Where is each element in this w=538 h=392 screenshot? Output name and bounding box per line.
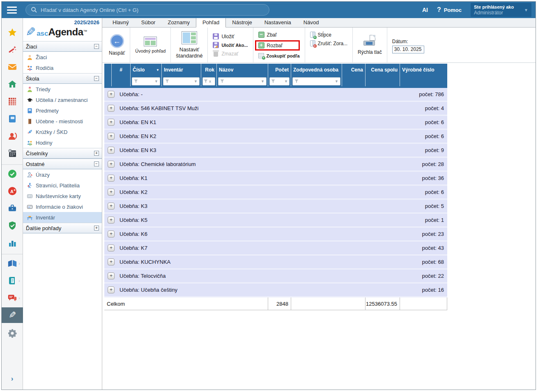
column-header-vyrobne-cislo[interactable]: Výrobné číslo [400, 64, 447, 76]
filter-cislo[interactable]: ▼ [132, 77, 160, 85]
asc-agenda-active-tile[interactable]: ✎ [2, 307, 23, 323]
expand-group-button[interactable]: + [108, 147, 115, 154]
home-icon[interactable] [7, 79, 18, 90]
person-avatar-icon[interactable] [7, 131, 18, 141]
collapse-toggle-icon[interactable]: − [94, 161, 99, 166]
save-as-button[interactable]: Uložiť Ako... [213, 42, 248, 48]
expand-group-button[interactable]: + [108, 231, 115, 238]
column-header-zodpovedna-osoba[interactable]: Zodpovedná osoba [291, 64, 342, 76]
attendance-check-icon[interactable] [7, 168, 18, 179]
collapse-toggle-icon[interactable]: − [94, 76, 99, 81]
shield-check-icon[interactable] [7, 220, 18, 231]
search-input[interactable]: Hľadať v dátach Agendy Online (Ctrl + G) [25, 4, 269, 16]
filter-rok[interactable]: x [202, 77, 215, 85]
filter-nazov[interactable]: ▼ [218, 77, 267, 85]
save-button[interactable]: Uložiť [213, 33, 248, 39]
cancel-sort-button[interactable]: xZrušiť: Zora... [310, 40, 348, 46]
column-header-index[interactable]: # [112, 64, 131, 76]
tab-zoznamy[interactable]: Zoznamy [161, 18, 195, 27]
sidebar-item-ziaci[interactable]: Žiaci [23, 52, 102, 62]
notebook-icon[interactable] [7, 113, 18, 124]
expand-groups-button[interactable]: +Rozbaľ [258, 42, 297, 48]
back-button[interactable]: ← Naspäť [109, 34, 125, 56]
expand-group-button[interactable]: + [108, 119, 115, 126]
filter-zodpovedna-osoba[interactable]: ▼ [292, 77, 340, 85]
column-header-inventar[interactable]: Inventár [162, 64, 201, 76]
hamburger-menu-icon[interactable] [7, 5, 19, 15]
mail-icon[interactable] [7, 62, 18, 72]
tab-pohlad[interactable]: Pohľad [196, 18, 226, 28]
sidebar-item-predmety[interactable]: Predmety [23, 105, 102, 116]
columns-button[interactable]: +Stĺpce [310, 32, 348, 38]
set-default-button[interactable]: Nastaviťštandardné [176, 31, 202, 59]
sidebar-item-urazy[interactable]: Úrazy [23, 169, 102, 180]
tab-nastroje[interactable]: Nástroje [226, 18, 258, 27]
sidebar-item-navstevnicke-karty[interactable]: Návštevnícke karty [23, 191, 102, 201]
briefcase-icon[interactable] [7, 203, 18, 214]
sidebar-item-hodiny[interactable]: Hodiny [23, 137, 102, 148]
column-header-cislo[interactable]: Číslo▼ [131, 64, 162, 76]
timetable-grid-icon[interactable] [7, 96, 18, 107]
printer-icon [363, 35, 377, 47]
expand-toggle-icon[interactable]: + [94, 151, 99, 156]
grades-icon[interactable]: A [7, 186, 18, 196]
sidebar-section-ciselniky[interactable]: Číselníky + [23, 148, 102, 159]
column-header-pocet[interactable]: Počet [268, 64, 291, 76]
expand-group-button[interactable]: + [108, 217, 115, 224]
tab-nastavenia[interactable]: Nastavenia [258, 18, 297, 27]
quick-print-button[interactable]: Rýchla tlač [358, 35, 382, 55]
delete-button[interactable]: Zmazať [213, 51, 248, 57]
messages-icon[interactable]: › [7, 293, 18, 303]
filter-pocet[interactable]: ▼ [269, 77, 290, 85]
sidebar-item-informacie[interactable]: A Informácie o žiakovi [23, 201, 102, 212]
tab-subor[interactable]: Súbor [135, 18, 162, 27]
expand-group-button[interactable]: + [108, 133, 115, 140]
sidebar-item-rodicia[interactable]: Rodičia [23, 62, 102, 73]
sidebar-section-skola[interactable]: Škola − [23, 73, 102, 84]
filter-inventar[interactable]: ▼ [163, 77, 200, 85]
sidebar-section-ziaci[interactable]: Žiaci − [23, 41, 102, 52]
library-book-icon[interactable]: › [7, 258, 18, 269]
sidebar-section-dalsie-pohlady[interactable]: Ďalšie pohľady + [23, 223, 102, 233]
expand-group-button[interactable]: + [108, 161, 115, 168]
copybook-icon[interactable]: › [7, 275, 18, 286]
expand-rail-chevron[interactable]: › [11, 375, 14, 383]
expand-group-button[interactable]: + [108, 105, 115, 112]
ai-button[interactable]: AI [422, 7, 428, 13]
expand-group-button[interactable]: + [108, 91, 115, 98]
favorites-star-icon[interactable] [7, 27, 18, 38]
settings-gear-icon[interactable] [7, 328, 18, 339]
tab-navod[interactable]: Návod [297, 18, 325, 27]
help-button[interactable]: ? Pomoc [437, 6, 462, 14]
collapse-groups-button[interactable]: −Zbaľ [258, 32, 300, 38]
sidebar-item-ucitelia[interactable]: Učitelia / zamestnanci [23, 95, 102, 105]
user-menu[interactable]: Ste prihlásený ako Administrátor ▼ [471, 3, 531, 17]
question-icon: ? [437, 6, 441, 14]
collapse-toggle-icon[interactable]: − [94, 44, 99, 49]
calendar-clock-icon[interactable] [7, 148, 18, 159]
intro-view-button[interactable]: Úvodný pohľad [135, 37, 166, 53]
column-header-cena[interactable]: Cena [342, 64, 366, 76]
expand-group-button[interactable]: + [108, 272, 115, 279]
expand-group-button[interactable]: + [108, 258, 115, 265]
sidebar-item-stravnici[interactable]: Stravníci, Platitelia [23, 180, 102, 191]
sidebar-item-ucebne[interactable]: Učebne - miestnosti [23, 116, 102, 127]
date-input[interactable]: 30. 10. 2025 [392, 46, 424, 53]
sidebar-item-kruzky[interactable]: Krúžky / ŠKD [23, 127, 102, 137]
expand-toggle-icon[interactable]: + [94, 226, 99, 231]
group-by-button[interactable]: +Zoskupiť podľa [258, 53, 300, 58]
column-header-cena-spolu[interactable]: Cena spolu [366, 64, 400, 76]
expand-group-button[interactable]: + [108, 244, 115, 251]
expand-group-button[interactable]: + [108, 286, 115, 293]
bar-chart-icon[interactable] [7, 238, 18, 248]
column-header-rok[interactable]: Rok [201, 64, 217, 76]
tab-hlavny[interactable]: Hlavný [106, 18, 135, 27]
expand-group-button[interactable]: + [108, 189, 115, 196]
sidebar-section-ostatne[interactable]: Ostatné − [23, 159, 102, 169]
sidebar-item-inventar[interactable]: Inventár [23, 212, 102, 223]
magic-wand-icon[interactable] [7, 44, 18, 55]
column-header-nazov[interactable]: Názov [217, 64, 268, 76]
sidebar-item-triedy[interactable]: Triedy [23, 84, 102, 95]
expand-group-button[interactable]: + [108, 203, 115, 210]
expand-group-button[interactable]: + [108, 175, 115, 182]
